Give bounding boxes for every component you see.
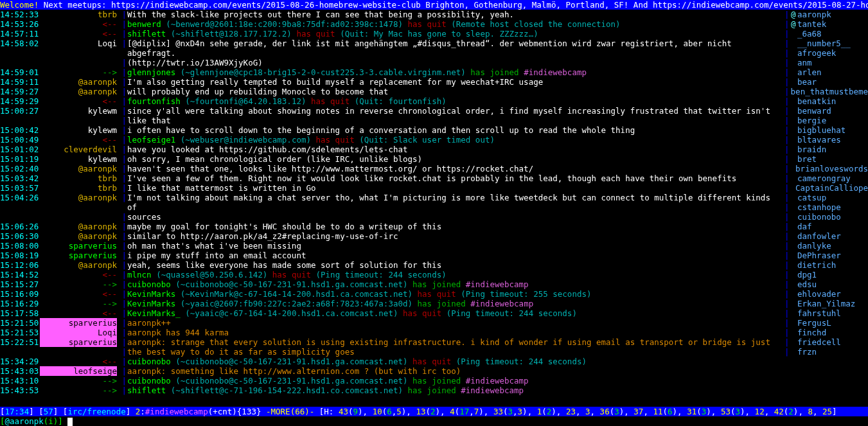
timestamp: 15:43:03 [0,366,40,376]
separator: | [117,260,127,270]
nick-mode [791,39,797,48]
nicklist-sep: | [784,289,791,299]
nicklist-sep: | [784,308,791,318]
nicklist-item[interactable]: | bltavares [784,135,868,145]
nicklist-sep: | [784,87,790,96]
nicklist-sep: | [784,231,791,241]
nick-mode [791,77,797,87]
message: With the slack-like projects out there I… [127,10,784,19]
nicklist-item[interactable]: | __number5__ [784,39,868,48]
message: aaronpk++ [127,318,784,328]
nicklist-item[interactable]: | brianloveswords [784,164,868,173]
nick-name: CaptainCalliope [795,183,868,193]
nick-name: frzn [797,347,817,357]
nick-name: arlen [797,67,822,77]
nicklist-item[interactable]: | CaptainCalliope [784,183,868,193]
nicklist-item[interactable]: | ben_thatmustbeme [784,87,868,96]
nick-list[interactable]: |@aaronpk|@tantek| _6a68| __number5__| a… [784,10,868,407]
nicklist-item[interactable]: | bergie [784,116,868,125]
nick-mode [791,193,797,202]
nicklist-item[interactable]: | daf [784,222,868,231]
separator: | [117,77,127,87]
separator: | [117,357,127,366]
nicklist-item[interactable]: | danlyke [784,241,868,251]
message: i pipe my stuff into an email account [127,251,784,260]
nicklist-item[interactable]: | edsu [784,280,868,289]
nick: <-- [40,96,117,106]
nick-mode [791,308,797,318]
nick: @aaronpk [40,164,117,173]
message: cuibonobo (~cuibonobo@c-50-167-231-91.hs… [127,357,784,366]
nicklist-item[interactable]: | bear [784,77,868,87]
message: I've seen a few of them. Right now it wo… [127,173,784,183]
nick: sparverius [40,318,117,328]
nicklist-item[interactable]: | DePhraser [784,251,868,260]
nicklist-item[interactable]: | bret [784,154,868,164]
log-row: 14:53:26<-- | benwerd (~benwerd@2601:18e… [0,19,868,29]
nicklist-item[interactable]: | danfowler [784,231,868,241]
separator: | [117,231,127,241]
nick: @aaronpk [40,222,117,231]
nicklist-item[interactable]: | cuibonobo [784,212,868,222]
nick-name: fahrstuhl [797,308,841,318]
separator: | [117,366,127,376]
timestamp: 15:08:00 [0,241,40,251]
timestamp: 15:34:29 [0,357,40,366]
timestamp: 15:21:53 [0,328,40,337]
nick-name: finchd [797,328,826,337]
nicklist-item[interactable]: |@aaronpk [784,10,868,19]
nicklist-sep: | [784,251,791,260]
nick-mode [790,183,796,193]
input-line[interactable]: [@aaronpk(i)] [0,416,868,426]
nicklist-sep: | [784,328,791,337]
nicklist-item[interactable]: | braidn [784,145,868,154]
nick: --> [40,376,117,386]
timestamp: 15:00:49 [0,135,40,145]
nicklist-sep: | [784,29,791,39]
nicklist-item[interactable]: | catsup [784,193,868,202]
log-row: 15:14:52<-- | mlncn (~quassel@50.250.6.1… [0,270,868,280]
separator: | [117,96,127,106]
nick-name: dietrich [797,260,836,270]
nicklist-item[interactable]: | anm [784,58,868,67]
timestamp: 15:15:27 [0,280,40,289]
timestamp: 15:00:42 [0,125,40,135]
nick: Loqi [40,328,117,337]
nicklist-item[interactable]: |@tantek [784,19,868,29]
nicklist-item[interactable]: | dpg1 [784,270,868,280]
timestamp: 14:59:27 [0,87,40,96]
nicklist-item[interactable]: | benward [784,106,868,116]
nicklist-sep: | [784,116,791,125]
nicklist-item[interactable]: | camerongray [784,173,868,183]
nicklist-item[interactable]: | frzn [784,347,868,357]
nick-mode [791,251,797,260]
nicklist-item[interactable]: | FergusL [784,318,868,328]
nicklist-item[interactable]: | dietrich [784,260,868,270]
nick-name: friedcell [797,337,841,347]
nicklist-item[interactable]: | Erkan_Yilmaz [784,299,868,308]
nicklist-item[interactable]: | ehlovader [784,289,868,299]
nicklist-item[interactable]: | arlen [784,67,868,77]
nicklist-item[interactable]: | cstanhope [784,202,868,212]
message: shiflett (~shiflett@128.177.172.2) has q… [127,29,784,39]
log-row: 15:01:02cleverdevil | have you looked at… [0,145,868,154]
nick-mode [791,241,797,251]
message: I like that mattermost is written in Go [127,183,784,193]
separator: | [117,173,127,183]
nicklist-item[interactable]: | _6a68 [784,29,868,39]
nicklist-item[interactable]: | finchd [784,328,868,337]
nicklist-item[interactable]: | friedcell [784,337,868,347]
log-row: 15:03:42tbrb | I've seen a few of them. … [0,173,868,183]
nicklist-item[interactable]: | benatkin [784,96,868,106]
nicklist-item[interactable]: | bigbluehat [784,125,868,135]
separator: | [117,308,127,318]
nicklist-sep: | [784,260,791,270]
nicklist-item[interactable]: | afrogeek [784,48,868,58]
nick-mode [791,58,797,67]
chat-log[interactable]: 14:52:33tbrb | With the slack-like proje… [0,10,868,407]
log-row: 15:04:26@aaronpk | I'm not talking about… [0,193,868,212]
nicklist-item[interactable]: | fahrstuhl [784,308,868,318]
log-row: 15:08:00sparverius | oh man that's what … [0,241,868,251]
nick-name: _6a68 [797,29,822,39]
message: benwerd (~benwerd@2601:18e:c200:9ba8:75d… [127,19,784,29]
